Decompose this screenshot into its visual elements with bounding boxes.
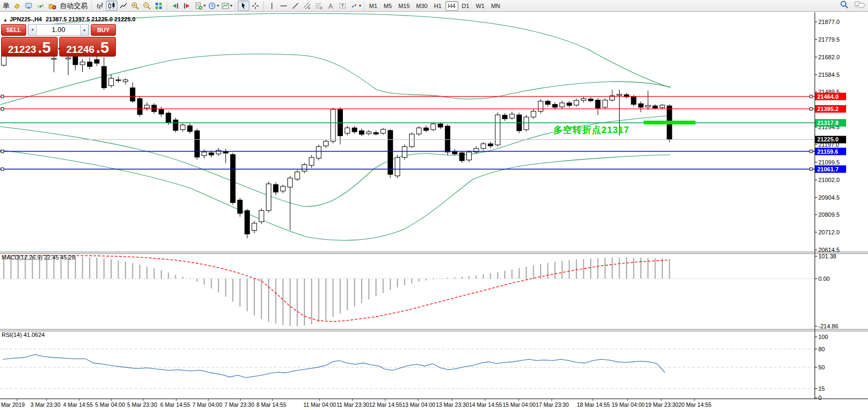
price-tick-label: 20712.0 (818, 229, 840, 235)
timeframe-button-H4[interactable]: H4 (445, 1, 458, 11)
macd-scale-label: -214.86 (818, 323, 838, 329)
chart-shift-button[interactable] (181, 1, 193, 11)
gold-ticket-icon[interactable] (11, 1, 23, 11)
volume-input[interactable]: 1.00 (37, 25, 80, 35)
candle-body-bull (202, 152, 207, 156)
price-tick-label: 20614.5 (818, 247, 840, 253)
crosshair-tool-button[interactable] (249, 1, 261, 11)
timeframe-button-H1[interactable]: H1 (431, 1, 444, 11)
toolbar-grip (234, 2, 236, 10)
line-chart-type-button[interactable] (118, 1, 129, 11)
price-tick-label: 20809.5 (818, 211, 840, 218)
line-handle[interactable] (810, 107, 812, 110)
line-handle[interactable] (1, 95, 4, 98)
period-dropdown-caret[interactable]: ▾ (217, 3, 219, 8)
price-tag-label: 21464.0 (817, 93, 839, 100)
equidistant-channel-tool-button[interactable]: E (301, 1, 313, 11)
time-axis-label: 13 Mar 04:00 (402, 401, 435, 408)
toolbar-separator (263, 1, 264, 10)
macd-scale-label: 101.38 (818, 253, 836, 259)
highlight-bar[interactable] (644, 121, 695, 124)
candle-body-bear (238, 200, 243, 214)
candle-body-bear (101, 67, 106, 88)
candle-body-bull (302, 165, 307, 171)
buy-button[interactable]: BUY (91, 24, 116, 36)
candle-body-bear (152, 105, 157, 112)
time-axis-label: 11 Mar 23:30 (337, 401, 369, 408)
price-tag-label: 21395.2 (817, 106, 839, 112)
buy-price-frac: .5 (96, 42, 109, 54)
text-tool-button[interactable]: A (325, 1, 337, 11)
timeframe-button-M1[interactable]: M1 (366, 1, 380, 11)
collapse-panel-arrow-icon[interactable]: ▲ (3, 18, 7, 22)
candle-body-bull (123, 80, 128, 82)
candle-body-bear (424, 128, 428, 131)
candle-body-bear (166, 113, 171, 123)
time-axis-label: 17 Mar 23:30 (536, 401, 569, 408)
candle-body-bull (66, 58, 71, 59)
search-icon[interactable] (840, 0, 849, 11)
chart-canvas[interactable]: 21877.021779.521682.021584.521489.521294… (0, 0, 868, 410)
candle-body-bear (159, 109, 163, 114)
line-handle[interactable] (1, 168, 4, 170)
timeframe-button-D1[interactable]: D1 (459, 1, 472, 11)
svg-text:E: E (308, 6, 310, 10)
candle-body-bull (295, 172, 300, 179)
candle-body-bull (617, 94, 622, 96)
fibonacci-tool-button[interactable]: F (313, 1, 325, 11)
candle-body-bull (560, 103, 565, 107)
cursor-tool-button[interactable] (238, 1, 249, 11)
line-handle[interactable] (810, 150, 812, 153)
mt4-window: 单 自动交易 ▾ ▾ ▾ E F A T ▾ M1M5M15 (0, 0, 868, 410)
price-tick-label: 21682.0 (818, 54, 840, 60)
timeframe-button-M15[interactable]: M15 (396, 1, 412, 11)
time-axis-label: 3 Mar 23:30 (30, 401, 60, 408)
candle-body-bear (638, 104, 643, 107)
arrows-dropdown-caret[interactable]: ▾ (359, 3, 361, 8)
auto-trading-label[interactable]: 自动交易 (60, 1, 88, 11)
line-handle[interactable] (810, 95, 812, 98)
chat-icon[interactable] (854, 1, 865, 11)
candle-body-bull (481, 144, 486, 148)
candle-body-bull (538, 101, 543, 111)
zoom-in-button[interactable] (129, 1, 141, 11)
candlestick-chart-type-button[interactable] (106, 1, 118, 11)
timeframe-button-M5[interactable]: M5 (381, 1, 394, 11)
volume-increase-button[interactable]: ▲ (80, 25, 89, 35)
candle-body-bear (552, 105, 557, 107)
timeframe-button-MN[interactable]: MN (488, 1, 503, 11)
terminal-icon[interactable] (23, 1, 35, 11)
timeframe-button-M30[interactable]: M30 (413, 1, 430, 11)
sell-button[interactable]: SELL (1, 24, 26, 36)
price-tag-label: 21225.0 (817, 136, 839, 143)
trendline-tool-button[interactable] (290, 1, 301, 11)
vertical-line-tool-button[interactable] (266, 1, 278, 11)
zoom-out-button[interactable] (141, 1, 153, 11)
auto-trading-icon[interactable] (46, 1, 58, 11)
toolbar-grip (166, 2, 168, 10)
line-handle[interactable] (810, 168, 812, 170)
volume-decrease-button[interactable]: ▼ (28, 25, 37, 35)
signal-icon[interactable] (35, 1, 46, 11)
line-handle[interactable] (1, 107, 4, 110)
timeframe-button-W1[interactable]: W1 (473, 1, 488, 11)
new-order-partial-label[interactable]: 单 (3, 1, 10, 11)
period-clock-button[interactable] (206, 1, 218, 11)
candle-body-bear (388, 130, 393, 175)
line-handle[interactable] (1, 150, 4, 153)
new-order-dropdown-caret[interactable]: ▾ (204, 3, 206, 8)
bollinger-upper-band (0, 54, 670, 105)
candle-body-bull (109, 78, 114, 86)
arrows-tool-button[interactable] (348, 1, 360, 11)
buy-price-box[interactable]: 21246 .5 (59, 37, 116, 57)
bar-chart-type-button[interactable] (94, 1, 106, 11)
auto-scroll-button[interactable] (169, 1, 181, 11)
text-label-tool-button[interactable]: T (337, 1, 348, 11)
indicators-button[interactable] (220, 1, 231, 11)
new-order-button[interactable] (193, 1, 205, 11)
time-axis-label: 5 Mar 23:30 (127, 401, 157, 408)
indicators-dropdown-caret[interactable]: ▾ (230, 3, 232, 8)
horizontal-line-tool-button[interactable] (278, 1, 290, 11)
sell-price-box[interactable]: 21223 .5 (1, 37, 58, 57)
tile-windows-button[interactable] (153, 1, 165, 11)
